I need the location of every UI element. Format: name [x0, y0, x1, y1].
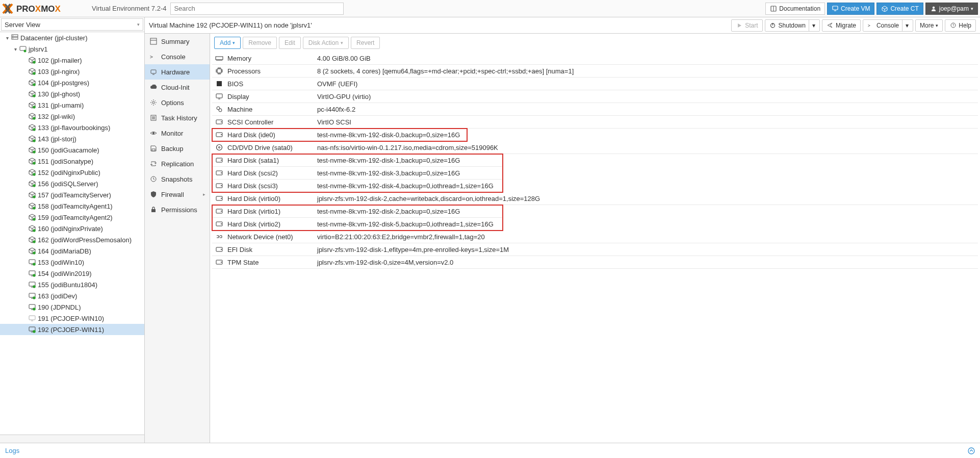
- hw-row[interactable]: TPM Statejplsrv-zfs:vm-192-disk-0,size=4…: [212, 256, 978, 269]
- shutdown-button[interactable]: Shutdown ▾: [765, 19, 820, 32]
- hw-row[interactable]: Hard Disk (virtio2)test-nvme-8k:vm-192-d…: [212, 218, 503, 231]
- hw-row[interactable]: CD/DVD Drive (sata0)nas-nfs:iso/virtio-w…: [212, 141, 978, 154]
- svg-point-24: [33, 195, 36, 198]
- hw-row[interactable]: Hard Disk (virtio1)test-nvme-8k:vm-192-d…: [212, 205, 503, 218]
- hw-row[interactable]: Memory4.00 GiB/8.00 GiB: [212, 52, 978, 65]
- hw-row[interactable]: DisplayVirtIO-GPU (virtio): [212, 90, 978, 103]
- expand-logs-icon[interactable]: [968, 447, 975, 454]
- tree-item-102[interactable]: 102 (jpl-mailer): [0, 55, 144, 66]
- hw-row[interactable]: Hard Disk (virtio0)jplsrv-zfs:vm-192-dis…: [212, 192, 978, 205]
- disk-action-button[interactable]: Disk Action ▾: [303, 37, 349, 49]
- tree-item-152[interactable]: 152 (jodiNginxPublic): [0, 167, 144, 178]
- hw-value: jplsrv-zfs:vm-192-disk-2,cache=writeback…: [317, 195, 978, 202]
- tree-item-163[interactable]: 163 (jodiDev): [0, 290, 144, 301]
- hw-row[interactable]: Hard Disk (scsi3)test-nvme-8k:vm-192-dis…: [212, 180, 503, 192]
- hw-row[interactable]: Network Device (net0)virtio=B2:21:00:20:…: [212, 231, 978, 243]
- tree-item-133[interactable]: 133 (jpl-flavourbookings): [0, 122, 144, 133]
- hw-row[interactable]: Hard Disk (ide0)test-nvme-8k:vm-192-disk…: [212, 129, 467, 141]
- tree-item-label: 163 (jodiDev): [38, 292, 77, 300]
- subnav-label: Console: [161, 53, 186, 61]
- search-input[interactable]: [170, 3, 344, 15]
- svg-text:?: ?: [952, 23, 954, 27]
- tree-item-190[interactable]: 190 (JDPNDL): [0, 301, 144, 313]
- display-icon: [212, 93, 226, 100]
- hw-row[interactable]: Processors8 (2 sockets, 4 cores) [qemu64…: [212, 65, 978, 78]
- tree-item-154[interactable]: 154 (jodiWin2019): [0, 268, 144, 279]
- tree-item-160[interactable]: 160 (jodiNginxPrivate): [0, 223, 144, 234]
- tree-item-153[interactable]: 153 (jodiWin10): [0, 257, 144, 268]
- tree-item-132[interactable]: 132 (jpl-wiki): [0, 111, 144, 122]
- tree-item-192[interactable]: 192 (PCJOEP-WIN11): [0, 324, 144, 335]
- hw-row[interactable]: EFI Diskjplsrv-zfs:vm-192-disk-1,efitype…: [212, 243, 978, 256]
- svg-point-111: [221, 223, 222, 224]
- collapse-icon[interactable]: ▾: [4, 35, 10, 41]
- subnav-console[interactable]: >_Console: [145, 49, 210, 64]
- migrate-button[interactable]: Migrate: [822, 19, 861, 32]
- console-button[interactable]: >_ Console ▾: [863, 19, 913, 32]
- create-ct-button[interactable]: Create CT: [876, 3, 923, 15]
- hw-name: Hard Disk (scsi3): [226, 182, 317, 190]
- user-menu-button[interactable]: joep@pam ▾: [925, 3, 978, 15]
- more-button[interactable]: More ▾: [915, 19, 943, 32]
- tree-item-155[interactable]: 155 (jodiBuntu1804): [0, 279, 144, 290]
- resource-tree[interactable]: ▾ Datacenter (jpl-cluster) ▾ jplsrv1 102…: [0, 32, 144, 435]
- help-button[interactable]: ? Help: [945, 19, 976, 32]
- hw-row[interactable]: BIOSOVMF (UEFI): [212, 78, 978, 90]
- add-button[interactable]: Add ▾: [214, 37, 241, 49]
- tree-item-157[interactable]: 157 (jodiTeamcityServer): [0, 189, 144, 200]
- tree-item-130[interactable]: 130 (jpl-ghost): [0, 88, 144, 99]
- tree-h-scrollbar[interactable]: [0, 435, 144, 443]
- tree-item-164[interactable]: 164 (jodiMariaDB): [0, 245, 144, 257]
- svg-point-27: [33, 229, 36, 232]
- tree-item-156[interactable]: 156 (jodiSQLServer): [0, 178, 144, 189]
- tree-item-150[interactable]: 150 (jodiGuacamole): [0, 144, 144, 156]
- hdd-icon: [212, 208, 226, 214]
- subnav-options[interactable]: Options: [145, 95, 210, 110]
- shield-icon: [149, 191, 158, 198]
- hw-row[interactable]: SCSI ControllerVirtIO SCSI: [212, 116, 978, 129]
- tree-node[interactable]: ▾ jplsrv1: [0, 43, 144, 55]
- svg-point-5: [933, 6, 935, 8]
- tree-item-162[interactable]: 162 (jodiWordPressDemosalon): [0, 234, 144, 245]
- subnav-monitor[interactable]: Monitor: [145, 125, 210, 141]
- subnav-snapshots[interactable]: Snapshots: [145, 171, 210, 187]
- cloud-icon: [149, 84, 158, 91]
- hw-value: test-nvme-8k:vm-192-disk-2,backup=0,size…: [317, 208, 503, 215]
- subnav-backup[interactable]: Backup: [145, 141, 210, 156]
- subnav-cloud-init[interactable]: Cloud-Init: [145, 80, 210, 95]
- documentation-button[interactable]: Documentation: [765, 3, 825, 15]
- svg-point-44: [33, 308, 36, 311]
- edit-button[interactable]: Edit: [279, 37, 301, 49]
- book-icon: [770, 5, 777, 12]
- tree-item-131[interactable]: 131 (jpl-umami): [0, 99, 144, 111]
- subnav-firewall[interactable]: Firewall▸: [145, 187, 210, 202]
- remove-button[interactable]: Remove: [243, 37, 277, 49]
- tree-datacenter[interactable]: ▾ Datacenter (jpl-cluster): [0, 32, 144, 43]
- subnav-summary[interactable]: Summary: [145, 34, 210, 49]
- collapse-icon[interactable]: ▾: [12, 46, 18, 52]
- start-button[interactable]: Start: [731, 19, 762, 32]
- revert-button[interactable]: Revert: [351, 37, 380, 49]
- create-vm-button[interactable]: Create VM: [827, 3, 874, 15]
- tree-item-151[interactable]: 151 (jodiSonatype): [0, 156, 144, 167]
- hw-row[interactable]: Hard Disk (scsi2)test-nvme-8k:vm-192-dis…: [212, 167, 503, 180]
- chevron-down-icon[interactable]: ▾: [902, 20, 909, 31]
- chevron-down-icon[interactable]: ▾: [809, 20, 815, 31]
- subnav-label: Options: [161, 99, 184, 107]
- tree-item-191[interactable]: 191 (PCJOEP-WIN10): [0, 313, 144, 324]
- tree-item-158[interactable]: 158 (jodiTeamcityAgent1): [0, 200, 144, 212]
- tree-item-159[interactable]: 159 (jodiTeamcityAgent2): [0, 212, 144, 223]
- hw-row[interactable]: Hard Disk (sata1)test-nvme-8k:vm-192-dis…: [212, 154, 503, 167]
- view-selector[interactable]: Server View ▾: [1, 18, 143, 31]
- hw-row[interactable]: Machinepc-i440fx-6.2: [212, 103, 978, 116]
- subnav-permissions[interactable]: Permissions: [145, 202, 210, 217]
- tree-item-label: 162 (jodiWordPressDemosalon): [38, 236, 132, 244]
- tree-item-143[interactable]: 143 (jpl-storj): [0, 133, 144, 144]
- monitor-icon: [28, 259, 37, 266]
- subnav-replication[interactable]: Replication: [145, 156, 210, 171]
- tree-item-104[interactable]: 104 (jpl-postgres): [0, 77, 144, 88]
- subnav-task-history[interactable]: Task History: [145, 110, 210, 125]
- logs-label[interactable]: Logs: [5, 447, 19, 454]
- subnav-hardware[interactable]: Hardware: [145, 64, 210, 80]
- tree-item-103[interactable]: 103 (jpl-nginx): [0, 66, 144, 77]
